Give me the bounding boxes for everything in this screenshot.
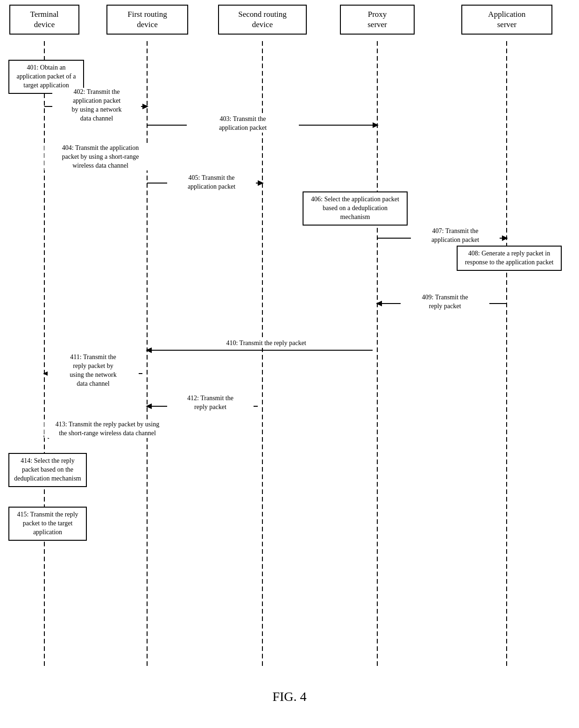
- actor-terminal: Terminaldevice: [9, 5, 79, 35]
- label-404: 404: Transmit the applicationpacket by u…: [44, 144, 156, 170]
- diagram: Terminaldevice First routingdevice Secon…: [0, 0, 579, 710]
- step-408: 408: Generate a reply packet in response…: [457, 246, 562, 271]
- step-406: 406: Select the application packet based…: [303, 191, 408, 226]
- svg-marker-12: [258, 180, 264, 186]
- step-415: 415: Transmit the reply packet to the ta…: [8, 507, 87, 541]
- actor-app-server: Applicationserver: [461, 5, 552, 35]
- label-402: 402: Transmit theapplication packetby us…: [52, 88, 141, 123]
- label-409: 409: Transmit thereply packet: [401, 293, 489, 311]
- step-414: 414: Select the reply packet based on th…: [8, 453, 87, 487]
- label-412: 412: Transmit thereply packet: [167, 394, 254, 412]
- svg-marker-14: [502, 235, 508, 241]
- figure-label: FIG. 4: [0, 689, 579, 704]
- label-413: 413: Transmit the reply packet by usingt…: [44, 420, 170, 438]
- svg-marker-16: [376, 301, 382, 306]
- label-411: 411: Transmit thereply packet byusing th…: [48, 353, 139, 389]
- svg-marker-8: [373, 122, 379, 128]
- label-405: 405: Transmit theapplication packet: [167, 174, 256, 191]
- svg-marker-18: [146, 347, 152, 353]
- actor-first-routing: First routingdevice: [106, 5, 188, 35]
- actor-proxy: Proxyserver: [340, 5, 415, 35]
- label-403: 403: Transmit theapplication packet: [187, 115, 299, 133]
- svg-marker-22: [146, 403, 152, 409]
- label-407: 407: Transmit theapplication packet: [411, 227, 500, 245]
- label-410: 410: Transmit the reply packet: [201, 339, 332, 348]
- actor-second-routing: Second routingdevice: [218, 5, 307, 35]
- svg-marker-6: [142, 104, 148, 109]
